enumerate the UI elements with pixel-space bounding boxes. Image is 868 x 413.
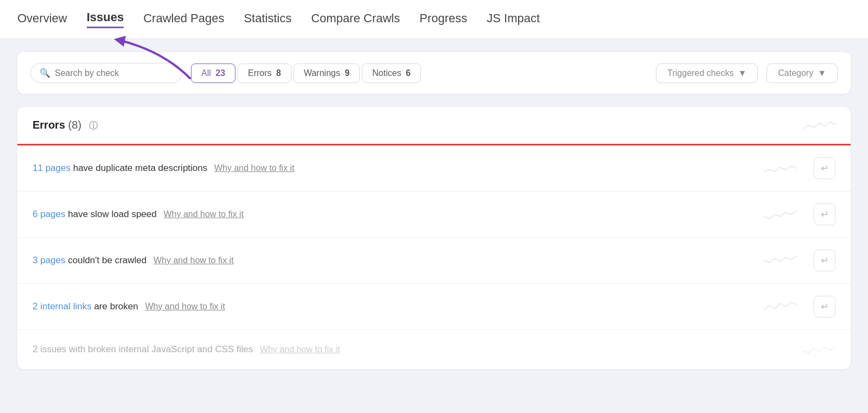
filter-tab-notices[interactable]: Notices 6 <box>362 63 421 83</box>
errors-title-group: Errors (8) ⓘ <box>33 119 98 132</box>
nav-item-statistics[interactable]: Statistics <box>244 11 291 28</box>
trend-sparkline-dup-meta <box>764 161 796 176</box>
filter-tab-all[interactable]: All 23 <box>191 63 235 83</box>
issue-link-not-crawled[interactable]: 3 pages <box>33 255 66 265</box>
trend-sparkline-not-crawled <box>764 253 796 268</box>
issue-row-broken-links: 2 internal links are broken Why and how … <box>17 284 851 330</box>
issue-text-dup-meta: 11 pages have duplicate meta description… <box>33 163 755 174</box>
main-content: 🔍 All 23 Errors 8 Warnings 9 Notices 6 <box>0 39 868 382</box>
errors-section: Errors (8) ⓘ 11 pages have duplicate met… <box>17 107 851 369</box>
trend-sparkline-slow-load <box>764 207 796 222</box>
trend-sparkline-header <box>803 118 835 133</box>
issue-text-not-crawled: 3 pages couldn't be crawled Why and how … <box>33 255 755 266</box>
issue-row-broken-js-css: 2 issues with broken internal JavaScript… <box>17 330 851 369</box>
issue-link-broken-links[interactable]: 2 internal links <box>33 301 92 312</box>
fix-link-broken-js-css[interactable]: Why and how to fix it <box>260 345 340 354</box>
trend-sparkline-broken-links <box>764 299 796 314</box>
search-box: 🔍 <box>30 63 182 83</box>
row-action-not-crawled[interactable]: ↵ <box>814 250 835 271</box>
filter-tab-warnings[interactable]: Warnings 9 <box>293 63 360 83</box>
issue-row-not-crawled: 3 pages couldn't be crawled Why and how … <box>17 238 851 284</box>
chevron-down-icon: ▼ <box>738 68 746 78</box>
row-action-slow-load[interactable]: ↵ <box>814 204 835 225</box>
issue-text-broken-js-css: 2 issues with broken internal JavaScript… <box>33 344 794 355</box>
info-icon[interactable]: ⓘ <box>89 121 98 130</box>
errors-title: Errors (8) ⓘ <box>33 119 98 131</box>
fix-link-broken-links[interactable]: Why and how to fix it <box>145 302 225 311</box>
chevron-down-icon: ▼ <box>818 68 826 78</box>
fix-link-not-crawled[interactable]: Why and how to fix it <box>154 256 234 265</box>
issue-link-broken-js-css[interactable]: 2 issues <box>33 344 66 354</box>
filter-tab-errors[interactable]: Errors 8 <box>238 63 291 83</box>
row-action-dup-meta[interactable]: ↵ <box>814 157 835 179</box>
row-action-broken-links[interactable]: ↵ <box>814 296 835 317</box>
nav-item-progress[interactable]: Progress <box>419 11 467 28</box>
nav-bar: Overview Issues Crawled Pages Statistics… <box>0 0 868 39</box>
nav-item-crawled-pages[interactable]: Crawled Pages <box>143 11 224 28</box>
issue-link-slow-load[interactable]: 6 pages <box>33 209 66 219</box>
category-dropdown[interactable]: Category ▼ <box>767 63 838 83</box>
issue-text-slow-load: 6 pages have slow load speed Why and how… <box>33 209 755 220</box>
issue-row-dup-meta: 11 pages have duplicate meta description… <box>17 145 851 192</box>
search-icon: 🔍 <box>40 68 50 78</box>
issue-row-slow-load: 6 pages have slow load speed Why and how… <box>17 192 851 238</box>
errors-section-header: Errors (8) ⓘ <box>17 107 851 145</box>
nav-item-overview[interactable]: Overview <box>17 11 67 28</box>
search-input[interactable] <box>55 68 163 78</box>
nav-item-js-impact[interactable]: JS Impact <box>487 11 540 28</box>
fix-link-slow-load[interactable]: Why and how to fix it <box>163 209 244 219</box>
nav-item-issues[interactable]: Issues <box>87 10 124 28</box>
fix-link-dup-meta[interactable]: Why and how to fix it <box>214 163 295 173</box>
filter-bar: 🔍 All 23 Errors 8 Warnings 9 Notices 6 <box>17 52 851 94</box>
triggered-checks-dropdown[interactable]: Triggered checks ▼ <box>656 63 758 83</box>
trend-sparkline-broken-js-css <box>803 342 835 357</box>
filter-tabs: All 23 Errors 8 Warnings 9 Notices 6 <box>191 63 421 83</box>
issue-text-broken-links: 2 internal links are broken Why and how … <box>33 301 755 312</box>
nav-item-compare-crawls[interactable]: Compare Crawls <box>311 11 400 28</box>
issue-link-dup-meta[interactable]: 11 pages <box>33 163 71 173</box>
